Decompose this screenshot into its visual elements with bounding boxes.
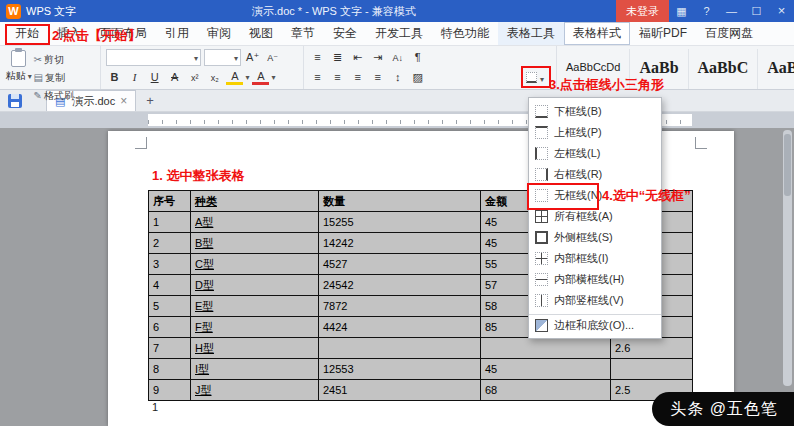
table-cell[interactable]: B型 [191, 233, 319, 254]
border-menu-item[interactable]: 所有框线(A) [529, 206, 661, 227]
table-cell[interactable]: 8 [149, 359, 191, 380]
numbered-list-icon[interactable] [329, 49, 346, 66]
menu-tab[interactable]: 视图 [240, 22, 282, 45]
minimize-icon[interactable] [719, 0, 744, 22]
border-menu-item[interactable]: 上框线(P) [529, 122, 661, 143]
wps-logo[interactable]: W [6, 4, 21, 19]
table-cell[interactable]: 4424 [319, 317, 481, 338]
table-cell[interactable]: 5 [149, 296, 191, 317]
paste-button[interactable]: 粘贴 [4, 49, 34, 86]
table-cell[interactable]: C型 [191, 254, 319, 275]
table-cell[interactable]: 7 [149, 338, 191, 359]
table-cell[interactable]: 6 [149, 317, 191, 338]
table-cell[interactable]: 2.6 [611, 338, 693, 359]
menu-tab[interactable]: 引用 [156, 22, 198, 45]
menu-tab[interactable]: 福昕PDF [630, 22, 696, 45]
font-size-select[interactable] [204, 49, 241, 66]
copy-button[interactable]: 复制 [34, 69, 65, 87]
decrease-font-size-icon[interactable] [264, 49, 281, 66]
bullet-list-icon[interactable] [309, 49, 326, 66]
close-icon[interactable] [769, 0, 794, 22]
increase-indent-icon[interactable] [369, 49, 386, 66]
new-tab-icon[interactable] [146, 93, 154, 108]
header-cell[interactable]: 种类 [191, 191, 319, 212]
table-cell[interactable]: 3 [149, 254, 191, 275]
border-menu-item[interactable]: 右框线(R) [529, 164, 661, 185]
menu-tab[interactable]: 安全 [324, 22, 366, 45]
table-cell[interactable]: I型 [191, 359, 319, 380]
table-cell[interactable]: 4 [149, 275, 191, 296]
table-cell[interactable] [319, 338, 481, 359]
border-menu-item[interactable]: 边框和底纹(O)... [529, 314, 661, 335]
save-icon[interactable] [8, 94, 22, 108]
login-button[interactable]: 未登录 [616, 0, 669, 22]
table-cell[interactable] [481, 338, 611, 359]
paragraph-marks-icon[interactable] [409, 49, 426, 66]
scrollbar-thumb[interactable] [784, 134, 791, 196]
menu-tab[interactable]: 表格工具 [498, 22, 564, 45]
font-name-select[interactable] [106, 49, 201, 66]
format-painter-button[interactable]: 格式刷 [34, 87, 74, 105]
border-menu-item[interactable]: 左框线(L) [529, 143, 661, 164]
help-icon[interactable] [694, 0, 719, 22]
underline-icon[interactable] [146, 69, 163, 86]
bold-icon[interactable] [106, 69, 123, 86]
border-menu-item[interactable]: 内部框线(I) [529, 248, 661, 269]
menu-tab[interactable]: 章节 [282, 22, 324, 45]
table-cell[interactable]: F型 [191, 317, 319, 338]
strikethrough-icon[interactable] [166, 69, 183, 86]
border-menu-item[interactable]: 内部竖框线(V) [529, 290, 661, 311]
table-cell[interactable]: 45 [481, 359, 611, 380]
increase-font-size-icon[interactable] [244, 49, 261, 66]
border-menu-item[interactable]: 内部横框线(H) [529, 269, 661, 290]
table-cell[interactable]: D型 [191, 275, 319, 296]
table-cell[interactable]: 2451 [319, 380, 481, 401]
header-cell[interactable]: 序号 [149, 191, 191, 212]
table-cell[interactable]: 9 [149, 380, 191, 401]
align-right-icon[interactable] [349, 69, 366, 86]
table-cell[interactable]: 12553 [319, 359, 481, 380]
table-cell[interactable]: 4527 [319, 254, 481, 275]
line-spacing-icon[interactable] [389, 69, 406, 86]
table-cell[interactable]: 2 [149, 233, 191, 254]
style-item[interactable]: AaBbCc [758, 49, 794, 89]
decrease-indent-icon[interactable] [349, 49, 366, 66]
style-item[interactable]: AaBbC [689, 49, 759, 89]
superscript-icon[interactable] [186, 69, 203, 86]
table-cell[interactable]: J型 [191, 380, 319, 401]
border-menu-item[interactable]: 外侧框线(S) [529, 227, 661, 248]
align-left-icon[interactable] [309, 69, 326, 86]
align-center-icon[interactable] [329, 69, 346, 86]
apps-grid-icon[interactable] [669, 0, 694, 22]
italic-icon[interactable] [126, 69, 143, 86]
highlight-color-icon[interactable]: A [226, 70, 243, 85]
table-cell[interactable]: 14242 [319, 233, 481, 254]
menu-tab[interactable]: 开始 [6, 22, 48, 45]
table-cell[interactable]: H型 [191, 338, 319, 359]
sort-icon[interactable] [389, 49, 406, 66]
menu-tab[interactable]: 百度网盘 [696, 22, 762, 45]
menu-tab[interactable]: 表格样式 [564, 22, 630, 45]
vertical-scrollbar[interactable] [783, 130, 792, 386]
table-cell[interactable]: A型 [191, 212, 319, 233]
align-justify-icon[interactable] [369, 69, 386, 86]
tab-close-icon[interactable] [120, 94, 127, 108]
border-menu-item[interactable]: 下框线(B) [529, 101, 661, 122]
menu-tab[interactable]: 开发工具 [366, 22, 432, 45]
font-color-icon[interactable]: A [252, 70, 269, 85]
table-cell[interactable]: 7872 [319, 296, 481, 317]
border-button[interactable] [524, 68, 551, 87]
subscript-icon[interactable] [206, 69, 223, 86]
menu-tab[interactable]: 特色功能 [432, 22, 498, 45]
header-cell[interactable]: 数量 [319, 191, 481, 212]
shading-icon[interactable] [409, 69, 426, 86]
table-cell[interactable]: 24542 [319, 275, 481, 296]
table-cell[interactable] [611, 359, 693, 380]
table-cell[interactable]: E型 [191, 296, 319, 317]
table-cell[interactable]: 1 [149, 212, 191, 233]
table-cell[interactable]: 15255 [319, 212, 481, 233]
menu-tab[interactable]: 审阅 [198, 22, 240, 45]
maximize-icon[interactable] [744, 0, 769, 22]
cut-button[interactable]: 剪切 [34, 51, 64, 69]
table-cell[interactable]: 68 [481, 380, 611, 401]
